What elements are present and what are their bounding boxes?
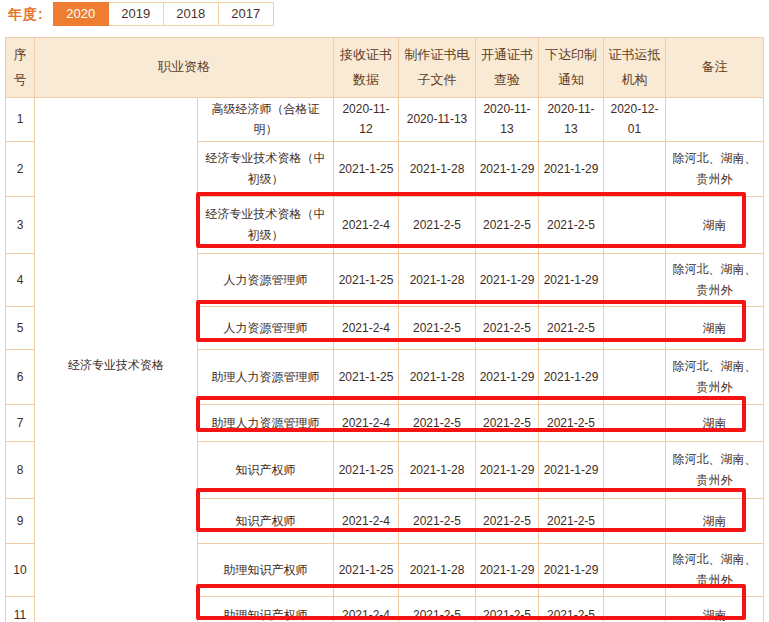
cell-receive: 2021-2-4 xyxy=(334,498,399,543)
cell-arrive xyxy=(604,253,666,306)
cell-index: 3 xyxy=(6,196,35,253)
cell-remark xyxy=(666,98,764,142)
certificate-progress-table: 序号 职业资格 接收证书数据 制作证书电子文件 开通证书查验 下达印制通知 证书… xyxy=(5,37,764,622)
cell-index: 10 xyxy=(6,543,35,596)
page: 年度: 2020 2019 2018 2017 序号 职业资格 接收证书数据 制… xyxy=(0,0,769,622)
cell-name: 知识产权师 xyxy=(198,498,334,543)
header-qualification: 职业资格 xyxy=(35,38,334,98)
cell-name: 人力资源管理师 xyxy=(198,306,334,349)
cell-index: 2 xyxy=(6,141,35,196)
cell-remark: 除河北、湖南、贵州外 xyxy=(666,349,764,404)
cell-make: 2021-1-28 xyxy=(399,141,476,196)
cell-remark: 湖南 xyxy=(666,196,764,253)
cell-receive: 2021-1-25 xyxy=(334,253,399,306)
cell-remark: 湖南 xyxy=(666,596,764,622)
cell-receive: 2021-1-25 xyxy=(334,349,399,404)
cell-index: 8 xyxy=(6,441,35,498)
cell-index: 6 xyxy=(6,349,35,404)
cell-notice: 2021-1-29 xyxy=(539,543,604,596)
cell-arrive xyxy=(604,349,666,404)
cell-index: 1 xyxy=(6,98,35,142)
cell-arrive xyxy=(604,404,666,441)
cell-category: 经济专业技术资格 xyxy=(35,98,198,622)
cell-remark: 除河北、湖南、贵州外 xyxy=(666,253,764,306)
cell-open: 2021-2-5 xyxy=(476,404,539,441)
cell-name: 助理知识产权师 xyxy=(198,596,334,622)
cell-make: 2021-1-28 xyxy=(399,543,476,596)
cell-notice: 2020-11-13 xyxy=(539,98,604,142)
year-tab-2018[interactable]: 2018 xyxy=(164,2,219,26)
header-receive-data: 接收证书数据 xyxy=(334,38,399,98)
cell-name: 助理人力资源管理师 xyxy=(198,404,334,441)
table-header-row: 序号 职业资格 接收证书数据 制作证书电子文件 开通证书查验 下达印制通知 证书… xyxy=(6,38,764,98)
header-index: 序号 xyxy=(6,38,35,98)
year-selector-bar: 年度: 2020 2019 2018 2017 xyxy=(8,2,274,26)
table-row: 1 经济专业技术资格 高级经济师（合格证明） 2020-11-12 2020-1… xyxy=(6,98,764,142)
cell-index: 5 xyxy=(6,306,35,349)
cell-receive: 2020-11-12 xyxy=(334,98,399,142)
cell-open: 2021-1-29 xyxy=(476,441,539,498)
cell-name: 经济专业技术资格（中初级） xyxy=(198,141,334,196)
year-label: 年度: xyxy=(8,2,44,26)
cell-index: 4 xyxy=(6,253,35,306)
cell-notice: 2021-2-5 xyxy=(539,196,604,253)
cell-remark: 湖南 xyxy=(666,306,764,349)
cell-receive: 2021-2-4 xyxy=(334,596,399,622)
cell-notice: 2021-1-29 xyxy=(539,253,604,306)
cell-make: 2021-2-5 xyxy=(399,196,476,253)
cell-index: 7 xyxy=(6,404,35,441)
cell-receive: 2021-2-4 xyxy=(334,306,399,349)
header-remark: 备注 xyxy=(666,38,764,98)
cell-remark: 除河北、湖南、贵州外 xyxy=(666,441,764,498)
year-tab-2019[interactable]: 2019 xyxy=(109,2,164,26)
cell-open: 2021-2-5 xyxy=(476,498,539,543)
cell-arrive xyxy=(604,141,666,196)
cell-arrive xyxy=(604,596,666,622)
year-tab-2017[interactable]: 2017 xyxy=(219,2,274,26)
cell-notice: 2021-2-5 xyxy=(539,596,604,622)
cell-receive: 2021-1-25 xyxy=(334,141,399,196)
cell-notice: 2021-2-5 xyxy=(539,498,604,543)
cell-arrive xyxy=(604,498,666,543)
cell-arrive xyxy=(604,543,666,596)
cell-remark: 湖南 xyxy=(666,404,764,441)
cell-arrive xyxy=(604,196,666,253)
header-print-notice: 下达印制通知 xyxy=(539,38,604,98)
cell-make: 2021-1-28 xyxy=(399,253,476,306)
cell-make: 2021-2-5 xyxy=(399,404,476,441)
cell-receive: 2021-1-25 xyxy=(334,543,399,596)
cell-remark: 除河北、湖南、贵州外 xyxy=(666,543,764,596)
cell-arrive xyxy=(604,441,666,498)
cell-notice: 2021-1-29 xyxy=(539,349,604,404)
cell-open: 2021-2-5 xyxy=(476,306,539,349)
header-open-check: 开通证书查验 xyxy=(476,38,539,98)
cell-name: 经济专业技术资格（中初级） xyxy=(198,196,334,253)
cell-name: 高级经济师（合格证明） xyxy=(198,98,334,142)
header-arrive-org: 证书运抵机构 xyxy=(604,38,666,98)
cell-notice: 2021-1-29 xyxy=(539,441,604,498)
cell-make: 2021-1-28 xyxy=(399,441,476,498)
cell-remark: 湖南 xyxy=(666,498,764,543)
header-make-efile: 制作证书电子文件 xyxy=(399,38,476,98)
cell-open: 2021-2-5 xyxy=(476,596,539,622)
cell-receive: 2021-2-4 xyxy=(334,196,399,253)
year-tab-2020[interactable]: 2020 xyxy=(53,2,109,26)
cell-remark: 除河北、湖南、贵州外 xyxy=(666,141,764,196)
cell-make: 2020-11-13 xyxy=(399,98,476,142)
cell-notice: 2021-2-5 xyxy=(539,306,604,349)
cell-open: 2021-1-29 xyxy=(476,141,539,196)
cell-open: 2020-11-13 xyxy=(476,98,539,142)
cell-make: 2021-2-5 xyxy=(399,498,476,543)
cell-index: 11 xyxy=(6,596,35,622)
cell-name: 人力资源管理师 xyxy=(198,253,334,306)
cell-index: 9 xyxy=(6,498,35,543)
cell-name: 助理知识产权师 xyxy=(198,543,334,596)
cell-make: 2021-1-28 xyxy=(399,349,476,404)
cell-arrive: 2020-12-01 xyxy=(604,98,666,142)
cell-receive: 2021-2-4 xyxy=(334,404,399,441)
cell-make: 2021-2-5 xyxy=(399,596,476,622)
cell-open: 2021-1-29 xyxy=(476,543,539,596)
year-tabs: 2020 2019 2018 2017 xyxy=(53,2,274,26)
cell-open: 2021-1-29 xyxy=(476,349,539,404)
cell-arrive xyxy=(604,306,666,349)
